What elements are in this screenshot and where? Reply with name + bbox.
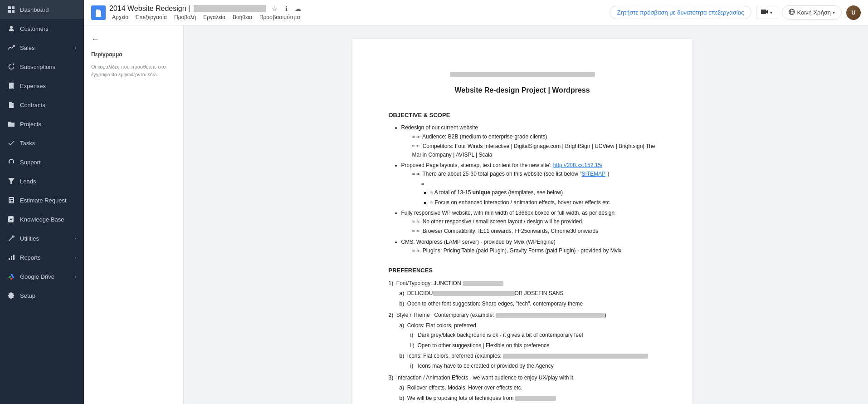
svg-rect-12 (12, 200, 13, 201)
svg-rect-0 (8, 6, 11, 9)
sidebar-item-estimate-request[interactable]: Estimate Request (0, 191, 84, 210)
svg-rect-20 (13, 255, 15, 260)
doc-title-blurred (194, 5, 266, 12)
list-item: CMS: Wordpress (LAMP server) - provided … (401, 238, 656, 255)
sidebar-item-tasks[interactable]: Tasks (0, 133, 84, 153)
svg-rect-14 (11, 202, 12, 202)
svg-rect-6 (10, 85, 13, 86)
sidebar-item-sales[interactable]: Sales ‹ (0, 38, 84, 57)
svg-point-4 (10, 26, 13, 29)
video-btn-arrow: ▾ (770, 10, 772, 15)
sidebar-item-subscriptions[interactable]: Subscriptions (0, 57, 84, 76)
refresh-icon (7, 63, 15, 71)
doc-subtitle: Website Re-design Project | Wordpress (389, 84, 656, 96)
wrench-icon (7, 234, 15, 242)
google-docs-icon (91, 5, 106, 20)
list-item: b) Open to other font suggestion: Sharp … (400, 300, 656, 308)
list-item: A total of 13-15 unique pages (templates… (412, 180, 656, 207)
section-objective-title: OBJECTIVE & SCOPE (389, 111, 656, 120)
cloud-icon[interactable]: ☁ (293, 4, 302, 13)
list-item: Redesign of our current website ≈ Audien… (401, 123, 656, 159)
list-item: ≈ There are about 25-30 total pages on t… (412, 170, 656, 178)
calculator-icon (7, 196, 15, 204)
menu-accessibility[interactable]: Προσβασιμότητα (257, 13, 303, 21)
svg-rect-19 (11, 256, 12, 260)
svg-rect-11 (11, 200, 12, 201)
svg-rect-2 (8, 10, 11, 13)
doc-toolbar: 2014 Website Redesign | ☆ ℹ ☁ Αρχείο Επε… (84, 0, 868, 25)
sidebar-item-customers[interactable]: Customers (0, 19, 84, 38)
sidebar-item-dashboard[interactable]: Dashboard (0, 0, 84, 19)
sidebar-label-dashboard: Dashboard (20, 6, 77, 13)
list-item: ≈ Plugins: Pricing Table (paid Plugin), … (412, 246, 656, 255)
star-icon[interactable]: ☆ (270, 4, 279, 13)
list-item: ii) Open to other suggestions | Flexible… (410, 341, 656, 350)
list-item: Proposed Page layouts, sitemap, text con… (401, 161, 656, 207)
list-item: i) Dark grey/black background is ok - it… (410, 331, 656, 340)
gear-icon (7, 291, 15, 300)
sidebar-item-utilities[interactable]: Utilities ‹ (0, 229, 84, 248)
drive-icon (7, 272, 15, 281)
doc-title-row: 2014 Website Redesign | ☆ ℹ ☁ (109, 4, 606, 13)
receipt-icon (7, 82, 15, 90)
outline-panel: ← Περίγραμμα Οι κεφαλίδες που προσθέτετε… (84, 25, 184, 404)
svg-marker-22 (8, 276, 11, 278)
list-item: ≈ No other responsive / small screen lay… (412, 217, 656, 226)
share-button[interactable]: Κοινή Χρήση ▾ (782, 5, 842, 20)
menu-view[interactable]: Προβολή (171, 13, 199, 21)
sidebar-label-sales: Sales (20, 44, 70, 51)
svg-rect-15 (12, 202, 13, 202)
style-link[interactable] (496, 312, 605, 318)
main-content: 2014 Website Redesign | ☆ ℹ ☁ Αρχείο Επε… (84, 0, 868, 404)
svg-marker-23 (10, 278, 13, 280)
globe-icon (789, 9, 795, 16)
sidebar-item-expenses[interactable]: Expenses (0, 76, 84, 95)
share-arrow: ▾ (833, 10, 835, 15)
list-item: a) DELICIOU OR JOSEFIN SANS (400, 289, 656, 298)
list-item: i) Icons may have to be created or provi… (410, 362, 656, 370)
grid-icon (7, 5, 15, 14)
chevron-left-icon-2: ‹ (75, 236, 77, 241)
sidebar-label-reports: Reports (20, 254, 70, 261)
check-icon (7, 139, 15, 147)
svg-rect-13 (10, 202, 10, 202)
sidebar-item-setup[interactable]: Setup (0, 286, 84, 305)
sidebar-item-projects[interactable]: Projects (0, 114, 84, 133)
info-icon[interactable]: ℹ (282, 4, 291, 13)
list-item: 2) Style / Theme | Contemporary (example… (389, 311, 656, 370)
sidebar-item-knowledge-base[interactable]: Knowledge Base (0, 210, 84, 229)
request-access-button[interactable]: Ζητήστε πρόσβαση με δυνατότητα επεξεργασ… (610, 6, 752, 19)
sidebar-label-support: Support (20, 159, 77, 166)
sidebar-item-support[interactable]: Support (0, 153, 84, 172)
sitemap-link[interactable]: SITEMAP (582, 171, 606, 177)
doc-link[interactable]: http://208.xx.152.15/ (553, 162, 603, 168)
avatar[interactable]: U (846, 5, 861, 20)
chevron-left-icon-3: ‹ (75, 255, 77, 260)
doc-page: Website Re-design Project | Wordpress OB… (352, 39, 692, 404)
video-call-button[interactable]: ▾ (756, 6, 777, 19)
sidebar-item-google-drive[interactable]: Google Drive ‹ (0, 267, 84, 286)
outline-placeholder: Οι κεφαλίδες που προσθέτετε στο έγγραφο … (91, 63, 176, 78)
sidebar-item-contracts[interactable]: Contracts (0, 95, 84, 114)
doc-title[interactable]: 2014 Website Redesign | (109, 5, 190, 13)
sidebar-label-leads: Leads (20, 178, 77, 185)
doc-right-space (861, 25, 868, 404)
back-button[interactable]: ← (91, 34, 176, 44)
menu-tools[interactable]: Εργαλεία (200, 13, 228, 21)
list-item: Fully responsive WP website, with min wi… (401, 209, 656, 236)
sidebar-label-setup: Setup (20, 292, 77, 299)
header-blurred-line (450, 72, 595, 77)
list-item: ≈ Competitors: Four Winds Interactive | … (412, 142, 656, 159)
menu-edit[interactable]: Επεξεργασία (133, 13, 170, 21)
doc-body-objective: Redesign of our current website ≈ Audien… (389, 123, 656, 255)
sidebar-item-reports[interactable]: Reports ‹ (0, 248, 84, 267)
list-item: 3) Interaction / Animation Effects - we … (389, 374, 656, 404)
menu-help[interactable]: Βοήθεια (230, 13, 255, 21)
page-wrapper[interactable]: Website Re-design Project | Wordpress OB… (184, 25, 861, 404)
video-icon (761, 9, 768, 16)
svg-rect-17 (10, 219, 12, 220)
svg-marker-7 (8, 178, 15, 184)
doc-toolbar-icons: ☆ ℹ ☁ (270, 4, 302, 13)
menu-file[interactable]: Αρχείο (109, 13, 131, 21)
sidebar-item-leads[interactable]: Leads (0, 172, 84, 191)
